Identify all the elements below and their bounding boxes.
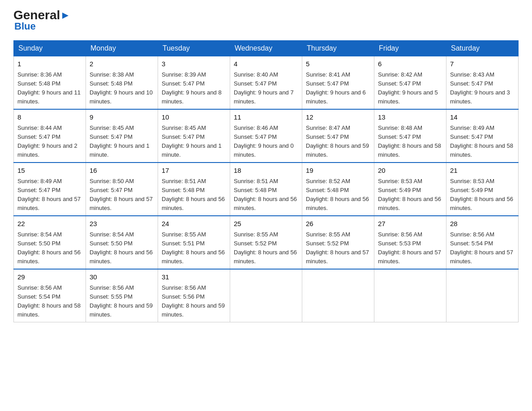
calendar-cell: 9 Sunrise: 8:45 AM Sunset: 5:47 PM Dayli…: [86, 109, 158, 163]
calendar-table: SundayMondayTuesdayWednesdayThursdayFrid…: [13, 40, 519, 322]
calendar-cell: 5 Sunrise: 8:41 AM Sunset: 5:47 PM Dayli…: [302, 56, 374, 110]
day-info: Sunrise: 8:39 AM Sunset: 5:47 PM Dayligh…: [162, 70, 226, 107]
day-number: 10: [162, 112, 226, 123]
calendar-cell: 25 Sunrise: 8:55 AM Sunset: 5:52 PM Dayl…: [230, 216, 302, 269]
day-info: Sunrise: 8:49 AM Sunset: 5:47 PM Dayligh…: [450, 124, 515, 160]
day-number: 2: [90, 59, 154, 69]
calendar-cell: 6 Sunrise: 8:42 AM Sunset: 5:47 PM Dayli…: [374, 56, 446, 110]
day-info: Sunrise: 8:56 AM Sunset: 5:53 PM Dayligh…: [378, 230, 442, 266]
calendar-cell: 23 Sunrise: 8:54 AM Sunset: 5:50 PM Dayl…: [86, 216, 158, 269]
calendar-cell: 16 Sunrise: 8:50 AM Sunset: 5:47 PM Dayl…: [86, 163, 158, 216]
calendar-cell: 29 Sunrise: 8:56 AM Sunset: 5:54 PM Dayl…: [14, 269, 86, 322]
day-info: Sunrise: 8:41 AM Sunset: 5:47 PM Dayligh…: [306, 70, 370, 107]
day-number: 7: [450, 59, 515, 69]
day-number: 24: [162, 219, 226, 229]
day-info: Sunrise: 8:36 AM Sunset: 5:48 PM Dayligh…: [17, 70, 82, 107]
logo: General Blue: [13, 9, 70, 32]
day-info: Sunrise: 8:56 AM Sunset: 5:55 PM Dayligh…: [90, 283, 154, 320]
calendar-cell: [374, 269, 446, 322]
day-number: 13: [378, 112, 442, 123]
calendar-cell: 8 Sunrise: 8:44 AM Sunset: 5:47 PM Dayli…: [14, 109, 86, 163]
day-info: Sunrise: 8:51 AM Sunset: 5:48 PM Dayligh…: [162, 177, 226, 213]
day-info: Sunrise: 8:40 AM Sunset: 5:47 PM Dayligh…: [234, 70, 298, 107]
calendar-cell: 2 Sunrise: 8:38 AM Sunset: 5:48 PM Dayli…: [86, 56, 158, 110]
day-info: Sunrise: 8:38 AM Sunset: 5:48 PM Dayligh…: [90, 70, 154, 107]
calendar-cell: 21 Sunrise: 8:53 AM Sunset: 5:49 PM Dayl…: [446, 163, 519, 216]
day-number: 5: [306, 59, 370, 69]
column-header-tuesday: Tuesday: [158, 41, 230, 56]
day-number: 14: [450, 112, 515, 123]
calendar-cell: 13 Sunrise: 8:48 AM Sunset: 5:47 PM Dayl…: [374, 109, 446, 163]
calendar-cell: 27 Sunrise: 8:56 AM Sunset: 5:53 PM Dayl…: [374, 216, 446, 269]
calendar-cell: 14 Sunrise: 8:49 AM Sunset: 5:47 PM Dayl…: [446, 109, 519, 163]
day-info: Sunrise: 8:46 AM Sunset: 5:47 PM Dayligh…: [234, 124, 298, 160]
day-info: Sunrise: 8:49 AM Sunset: 5:47 PM Dayligh…: [17, 177, 82, 213]
day-info: Sunrise: 8:56 AM Sunset: 5:54 PM Dayligh…: [450, 230, 515, 266]
day-info: Sunrise: 8:50 AM Sunset: 5:47 PM Dayligh…: [90, 177, 154, 213]
day-number: 25: [234, 219, 298, 229]
day-number: 6: [378, 59, 442, 69]
day-number: 4: [234, 59, 298, 69]
column-header-friday: Friday: [374, 41, 446, 56]
day-number: 11: [234, 112, 298, 123]
day-info: Sunrise: 8:54 AM Sunset: 5:50 PM Dayligh…: [17, 230, 82, 266]
day-info: Sunrise: 8:45 AM Sunset: 5:47 PM Dayligh…: [162, 124, 226, 160]
calendar-cell: 17 Sunrise: 8:51 AM Sunset: 5:48 PM Dayl…: [158, 163, 230, 216]
day-number: 19: [306, 166, 370, 176]
day-info: Sunrise: 8:42 AM Sunset: 5:47 PM Dayligh…: [378, 70, 442, 107]
svg-marker-0: [62, 13, 69, 19]
day-info: Sunrise: 8:55 AM Sunset: 5:51 PM Dayligh…: [162, 230, 226, 266]
page-header: General Blue: [13, 9, 519, 32]
day-number: 27: [378, 219, 442, 229]
day-info: Sunrise: 8:55 AM Sunset: 5:52 PM Dayligh…: [306, 230, 370, 266]
calendar-cell: 12 Sunrise: 8:47 AM Sunset: 5:47 PM Dayl…: [302, 109, 374, 163]
day-info: Sunrise: 8:51 AM Sunset: 5:48 PM Dayligh…: [234, 177, 298, 213]
day-info: Sunrise: 8:48 AM Sunset: 5:47 PM Dayligh…: [378, 124, 442, 160]
calendar-week-row: 15 Sunrise: 8:49 AM Sunset: 5:47 PM Dayl…: [14, 163, 519, 216]
day-info: Sunrise: 8:54 AM Sunset: 5:50 PM Dayligh…: [90, 230, 154, 266]
column-header-monday: Monday: [86, 41, 158, 56]
calendar-cell: 15 Sunrise: 8:49 AM Sunset: 5:47 PM Dayl…: [14, 163, 86, 216]
calendar-cell: 28 Sunrise: 8:56 AM Sunset: 5:54 PM Dayl…: [446, 216, 519, 269]
calendar-week-row: 22 Sunrise: 8:54 AM Sunset: 5:50 PM Dayl…: [14, 216, 519, 269]
day-number: 30: [90, 272, 154, 283]
day-number: 29: [17, 272, 82, 283]
day-number: 9: [90, 112, 154, 123]
day-number: 17: [162, 166, 226, 176]
day-number: 21: [450, 166, 515, 176]
day-number: 23: [90, 219, 154, 229]
calendar-cell: 24 Sunrise: 8:55 AM Sunset: 5:51 PM Dayl…: [158, 216, 230, 269]
calendar-cell: 22 Sunrise: 8:54 AM Sunset: 5:50 PM Dayl…: [14, 216, 86, 269]
calendar-week-row: 8 Sunrise: 8:44 AM Sunset: 5:47 PM Dayli…: [14, 109, 519, 163]
calendar-cell: 10 Sunrise: 8:45 AM Sunset: 5:47 PM Dayl…: [158, 109, 230, 163]
day-number: 22: [17, 219, 82, 229]
day-number: 8: [17, 112, 82, 123]
day-info: Sunrise: 8:52 AM Sunset: 5:48 PM Dayligh…: [306, 177, 370, 213]
calendar-week-row: 29 Sunrise: 8:56 AM Sunset: 5:54 PM Dayl…: [14, 269, 519, 322]
logo-blue: Blue: [14, 21, 36, 32]
logo-general: General: [13, 9, 60, 21]
column-header-wednesday: Wednesday: [230, 41, 302, 56]
calendar-header-row: SundayMondayTuesdayWednesdayThursdayFrid…: [14, 41, 519, 56]
day-info: Sunrise: 8:56 AM Sunset: 5:54 PM Dayligh…: [17, 283, 82, 320]
day-number: 28: [450, 219, 515, 229]
calendar-cell: 19 Sunrise: 8:52 AM Sunset: 5:48 PM Dayl…: [302, 163, 374, 216]
calendar-cell: 11 Sunrise: 8:46 AM Sunset: 5:47 PM Dayl…: [230, 109, 302, 163]
calendar-cell: 20 Sunrise: 8:53 AM Sunset: 5:49 PM Dayl…: [374, 163, 446, 216]
calendar-cell: 18 Sunrise: 8:51 AM Sunset: 5:48 PM Dayl…: [230, 163, 302, 216]
day-number: 1: [17, 59, 82, 69]
day-info: Sunrise: 8:53 AM Sunset: 5:49 PM Dayligh…: [450, 177, 515, 213]
day-info: Sunrise: 8:55 AM Sunset: 5:52 PM Dayligh…: [234, 230, 298, 266]
day-number: 3: [162, 59, 226, 69]
calendar-cell: 4 Sunrise: 8:40 AM Sunset: 5:47 PM Dayli…: [230, 56, 302, 110]
calendar-cell: [446, 269, 519, 322]
day-number: 18: [234, 166, 298, 176]
day-info: Sunrise: 8:44 AM Sunset: 5:47 PM Dayligh…: [17, 124, 82, 160]
calendar-cell: [230, 269, 302, 322]
day-info: Sunrise: 8:56 AM Sunset: 5:56 PM Dayligh…: [162, 283, 226, 320]
day-info: Sunrise: 8:45 AM Sunset: 5:47 PM Dayligh…: [90, 124, 154, 160]
day-number: 16: [90, 166, 154, 176]
day-number: 15: [17, 166, 82, 176]
calendar-week-row: 1 Sunrise: 8:36 AM Sunset: 5:48 PM Dayli…: [14, 56, 519, 110]
calendar-cell: 31 Sunrise: 8:56 AM Sunset: 5:56 PM Dayl…: [158, 269, 230, 322]
